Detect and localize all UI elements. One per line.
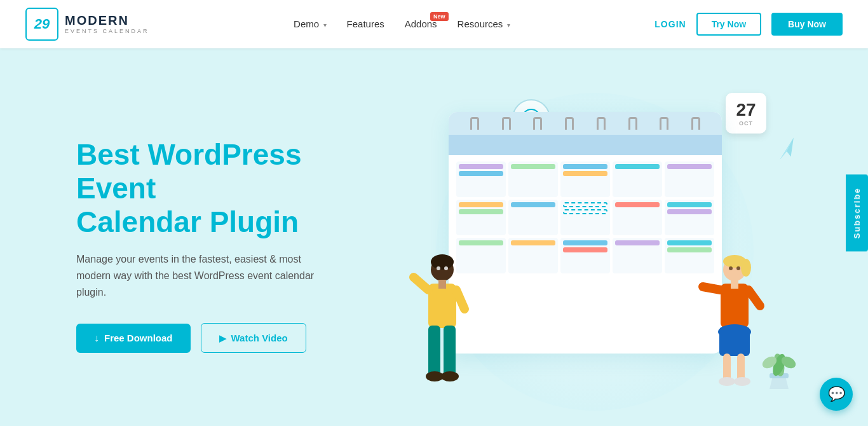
logo-title: MODERN bbox=[65, 14, 149, 27]
nav-item-demo[interactable]: Demo ▾ bbox=[294, 18, 326, 30]
event-bar bbox=[511, 164, 555, 169]
svg-line-24 bbox=[749, 290, 760, 306]
svg-point-17 bbox=[444, 266, 448, 270]
date-number: 27 bbox=[736, 100, 756, 120]
features-link[interactable]: Features bbox=[347, 18, 384, 29]
buy-now-button[interactable]: Buy Now bbox=[771, 13, 843, 36]
svg-point-29 bbox=[719, 377, 735, 386]
svg-line-23 bbox=[703, 287, 721, 290]
subscribe-sidebar[interactable]: Subscribe bbox=[846, 175, 868, 252]
nav-links: Demo ▾ Features Addons New Resources ▾ bbox=[294, 18, 510, 30]
chat-icon: 💬 bbox=[828, 386, 845, 402]
logo-number: 29 bbox=[34, 16, 50, 32]
cal-cell-3 bbox=[560, 161, 610, 197]
event-bar bbox=[511, 202, 555, 207]
ring-2 bbox=[502, 117, 511, 130]
event-bar bbox=[459, 171, 503, 176]
person-yellow bbox=[410, 252, 474, 392]
svg-rect-12 bbox=[428, 326, 440, 376]
hero-description: Manage your events in the fastest, easie… bbox=[76, 251, 330, 300]
event-bar bbox=[563, 171, 607, 176]
date-month-label: OCT bbox=[739, 120, 753, 127]
calendar-rings bbox=[449, 112, 722, 135]
hero-buttons: ↓ Free Download ▶ Watch Video bbox=[76, 323, 381, 353]
nav-item-resources[interactable]: Resources ▾ bbox=[458, 18, 510, 30]
navbar: 29 MODERN EVENTS CALENDAR Demo ▾ Feature… bbox=[0, 0, 868, 48]
ring-4 bbox=[565, 117, 574, 130]
event-bar bbox=[563, 240, 607, 245]
svg-rect-22 bbox=[731, 280, 738, 289]
nav-actions: LOGIN Try Now Buy Now bbox=[654, 13, 843, 36]
svg-point-15 bbox=[441, 371, 459, 381]
addons-badge: New bbox=[430, 12, 449, 21]
svg-line-11 bbox=[456, 290, 465, 309]
date-card: 27 OCT bbox=[726, 93, 766, 134]
logo-text: MODERN EVENTS CALENDAR bbox=[65, 14, 149, 34]
svg-point-31 bbox=[729, 266, 733, 270]
svg-rect-26 bbox=[719, 327, 750, 356]
event-bar bbox=[459, 202, 503, 207]
event-bar bbox=[511, 240, 555, 245]
event-bar bbox=[459, 209, 503, 214]
cal-cell-1 bbox=[456, 161, 506, 197]
event-bar bbox=[667, 209, 712, 214]
hero-content: Best WordPress Event Calendar Plugin Man… bbox=[76, 138, 381, 353]
calendar-illustration bbox=[449, 112, 722, 354]
hero-section: Best WordPress Event Calendar Plugin Man… bbox=[0, 48, 868, 426]
plant-icon bbox=[754, 338, 804, 398]
svg-marker-4 bbox=[775, 137, 798, 160]
free-download-button[interactable]: ↓ Free Download bbox=[76, 324, 191, 353]
cal-cell-2 bbox=[508, 161, 558, 197]
try-now-button[interactable]: Try Now bbox=[696, 13, 761, 36]
calendar-grid bbox=[449, 155, 722, 280]
chat-button[interactable]: 💬 bbox=[820, 378, 853, 411]
svg-point-14 bbox=[426, 371, 444, 381]
cal-cell-7 bbox=[508, 200, 558, 235]
svg-point-16 bbox=[437, 266, 440, 270]
hero-title-line1: Best WordPress Event bbox=[76, 138, 302, 205]
ring-5 bbox=[597, 117, 606, 130]
calendar-header bbox=[449, 135, 722, 155]
event-bar bbox=[459, 164, 503, 169]
download-label: Free Download bbox=[104, 333, 173, 343]
cal-cell-6 bbox=[456, 200, 506, 235]
logo[interactable]: 29 MODERN EVENTS CALENDAR bbox=[25, 8, 149, 41]
event-bar bbox=[615, 202, 660, 207]
event-bar bbox=[667, 202, 712, 207]
ring-7 bbox=[660, 117, 668, 130]
cal-cell-8 bbox=[560, 200, 610, 235]
ring-6 bbox=[628, 117, 637, 130]
logo-icon: 29 bbox=[25, 8, 58, 41]
cal-cell-10 bbox=[665, 200, 714, 235]
cal-cell-14 bbox=[613, 238, 662, 273]
event-bar bbox=[563, 202, 607, 207]
paper-plane-icon bbox=[772, 135, 801, 167]
ring-8 bbox=[691, 117, 700, 130]
resources-link[interactable]: Resources bbox=[458, 18, 503, 29]
demo-caret: ▾ bbox=[323, 22, 327, 29]
svg-point-30 bbox=[734, 377, 750, 386]
event-bar bbox=[563, 164, 607, 169]
svg-point-7 bbox=[431, 254, 454, 270]
svg-rect-13 bbox=[444, 326, 456, 376]
login-button[interactable]: LOGIN bbox=[654, 19, 686, 29]
nav-item-addons[interactable]: Addons New bbox=[405, 18, 437, 30]
event-bar bbox=[459, 240, 503, 245]
svg-point-20 bbox=[741, 259, 751, 277]
cal-cell-4 bbox=[613, 161, 662, 197]
event-bar bbox=[563, 209, 607, 214]
event-bar bbox=[563, 247, 607, 252]
cal-cell-12 bbox=[508, 238, 558, 273]
logo-subtitle: EVENTS CALENDAR bbox=[65, 28, 149, 34]
event-bar bbox=[667, 240, 712, 245]
ring-3 bbox=[533, 117, 542, 130]
event-bar bbox=[615, 240, 660, 245]
svg-point-32 bbox=[736, 266, 740, 270]
svg-rect-9 bbox=[438, 280, 446, 289]
hero-title: Best WordPress Event Calendar Plugin bbox=[76, 138, 381, 239]
watch-video-button[interactable]: ▶ Watch Video bbox=[201, 323, 306, 353]
hero-illustration: 27 OCT bbox=[398, 86, 817, 404]
demo-link[interactable]: Demo bbox=[294, 18, 319, 29]
nav-item-features[interactable]: Features bbox=[347, 18, 384, 30]
cal-cell-13 bbox=[560, 238, 610, 273]
